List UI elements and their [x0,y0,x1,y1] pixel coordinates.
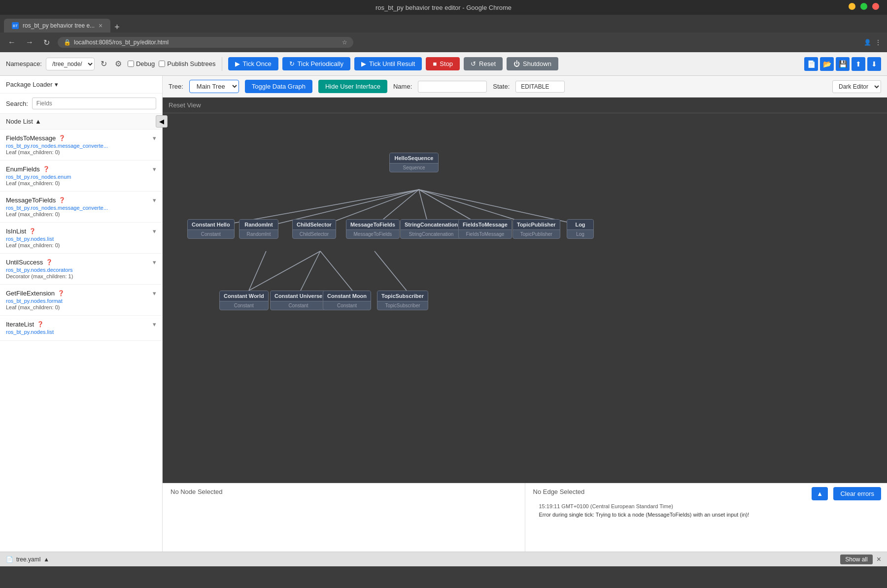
settings-icon[interactable]: ⚙ [113,57,124,70]
close-status-btn[interactable]: × [877,555,881,564]
publish-subtrees-checkbox-label[interactable]: Publish Subtrees [159,60,215,67]
bookmark-icon[interactable]: ☆ [342,39,347,46]
node-list-header[interactable]: Node List ▲ [0,114,162,130]
expand-icon-6[interactable]: ▾ [153,321,156,328]
node-item-3[interactable]: IsInList ❓ ▾ ros_bt_py.nodes.list Leaf (… [0,223,162,254]
namespace-select[interactable]: /tree_node/ [46,58,95,70]
clear-errors-btn[interactable]: Clear errors [833,487,881,500]
canvas-area: Reset View [163,98,887,483]
node-fields-to-message[interactable]: FieldsToMessage FieldsToMessage [458,219,512,239]
svg-line-12 [249,251,266,291]
active-tab[interactable]: BT ros_bt_py behavior tree e... × [4,19,110,33]
scroll-up-btn[interactable]: ▲ [812,487,828,500]
node-random-int[interactable]: RandomInt RandomInt [239,219,278,239]
expand-icon-0[interactable]: ▾ [153,134,156,142]
node-constant-universe-type: Constant [271,301,326,310]
debug-checkbox-label[interactable]: Debug [128,60,155,67]
node-child-selector[interactable]: ChildSelector ChildSelector [292,219,336,239]
help-icon-2[interactable]: ❓ [59,197,66,203]
node-item-2[interactable]: MessageToFields ❓ ▾ ros_bt_py.ros_nodes.… [0,192,162,223]
search-row: Search: [0,94,162,114]
help-icon-4[interactable]: ❓ [46,259,53,265]
open-doc-btn[interactable]: 📂 [820,57,834,71]
node-constant-universe[interactable]: Constant Universe Constant [270,291,327,310]
node-topic-subscriber-type: TopicSubscriber [377,301,428,310]
node-topic-subscriber[interactable]: TopicSubscriber TopicSubscriber [377,291,428,310]
tab-close-btn[interactable]: × [99,22,102,30]
save-doc-btn[interactable]: 💾 [836,57,850,71]
address-bar: ← → ↻ 🔒 localhost:8085/ros_bt_py/editor.… [0,33,887,52]
help-icon-6[interactable]: ❓ [37,321,44,327]
node-log[interactable]: Log Log [567,219,594,239]
upload-doc-btn[interactable]: ⬆ [852,57,865,71]
node-message-to-fields[interactable]: MessageToFields MessageToFields [346,219,400,239]
sidebar: Package Loader ▾ Search: Node List ▲ Fie… [0,76,163,552]
edge-info-panel: No Edge Selected 15:19:11 GMT+0100 (Cent… [525,483,887,552]
shutdown-button[interactable]: ⏻ Shutdown [507,57,558,70]
expand-icon-4[interactable]: ▾ [153,259,156,266]
app-toolbar: Namespace: /tree_node/ ↻ ⚙ Debug Publish… [0,52,887,76]
profile-icon[interactable]: 👤 [864,39,871,46]
show-all-btn[interactable]: Show all [840,555,872,564]
node-hello-sequence-type: Sequence [390,163,438,172]
expand-icon-5[interactable]: ▾ [153,290,156,297]
toggle-data-graph-btn[interactable]: Toggle Data Graph [245,80,312,93]
download-doc-btn[interactable]: ⬇ [867,57,881,71]
search-input[interactable] [32,98,156,109]
address-input[interactable]: 🔒 localhost:8085/ros_bt_py/editor.html ☆ [58,37,353,48]
menu-icon[interactable]: ⋮ [875,39,881,46]
tab-icon-text: BT [13,24,18,28]
node-item-0[interactable]: FieldsToMessage ❓ ▾ ros_bt_py.ros_nodes.… [0,130,162,161]
minimize-btn[interactable] [849,3,855,10]
editor-mode-select[interactable]: Dark Editor [832,80,881,93]
forward-btn[interactable]: → [24,36,35,49]
maximize-btn[interactable] [860,3,867,10]
new-doc-btn[interactable]: 📄 [804,57,818,71]
node-module-6: ros_bt_py.nodes.list [6,329,156,335]
help-icon-5[interactable]: ❓ [58,290,65,296]
help-icon-0[interactable]: ❓ [59,135,66,141]
debug-checkbox[interactable] [128,61,134,67]
reload-btn[interactable]: ↻ [41,36,52,49]
tick-once-button[interactable]: ▶ Tick Once [228,57,278,70]
expand-icon-2[interactable]: ▾ [153,196,156,204]
node-hello-sequence[interactable]: HelloSequence Sequence [389,153,439,172]
new-tab-btn[interactable]: + [110,22,124,33]
expand-icon-3[interactable]: ▾ [153,228,156,235]
help-icon-1[interactable]: ❓ [43,166,50,172]
node-name-2: MessageToFields ❓ ▾ [6,196,156,204]
stop-icon: ■ [433,60,437,67]
reset-icon: ↺ [471,60,476,67]
node-item-5[interactable]: GetFileExtension ❓ ▾ ros_bt_py.nodes.for… [0,285,162,316]
tick-periodically-button[interactable]: ↻ Tick Periodically [282,57,350,70]
node-constant-hello[interactable]: Constant Hello Constant [187,219,235,239]
expand-icon-1[interactable]: ▾ [153,165,156,173]
stop-button[interactable]: ■ Stop [426,57,460,70]
state-label: State: [493,83,510,90]
tree-canvas[interactable]: HelloSequence Sequence Constant Hello Co… [163,113,887,483]
node-constant-hello-type: Constant [188,230,234,238]
reset-button[interactable]: ↺ Reset [464,57,503,70]
namespace-label: Namespace: [6,60,42,67]
node-item-1[interactable]: EnumFields ❓ ▾ ros_bt_py.ros_nodes.enum … [0,161,162,192]
help-icon-3[interactable]: ❓ [29,228,36,234]
close-btn[interactable] [872,3,879,10]
node-random-int-type: RandomInt [239,230,278,238]
reset-view-btn[interactable]: Reset View [163,98,887,113]
browser-right-icons: 👤 ⋮ [864,39,881,46]
tree-select[interactable]: Main Tree [189,80,239,93]
sidebar-collapse-btn[interactable]: ◀ [156,115,168,128]
refresh-icon[interactable]: ↻ [99,57,109,70]
node-string-concat[interactable]: StringConcatenation StringConcatenation [400,219,462,239]
node-constant-moon[interactable]: Constant Moon Constant [323,291,371,310]
back-btn[interactable]: ← [6,36,18,49]
node-constant-world[interactable]: Constant World Constant [219,291,269,310]
publish-subtrees-checkbox[interactable] [159,61,165,67]
node-item-4[interactable]: UntilSuccess ❓ ▾ ros_bt_py.nodes.decorat… [0,254,162,285]
package-loader[interactable]: Package Loader ▾ [0,76,162,94]
node-item-6[interactable]: IterateList ❓ ▾ ros_bt_py.nodes.list [0,316,162,341]
tick-until-result-button[interactable]: ▶ Tick Until Result [354,57,422,70]
name-input[interactable] [418,81,487,93]
hide-ui-btn[interactable]: Hide User Interface [318,80,387,93]
node-topic-publisher[interactable]: TopicPublisher TopicPublisher [512,219,560,239]
